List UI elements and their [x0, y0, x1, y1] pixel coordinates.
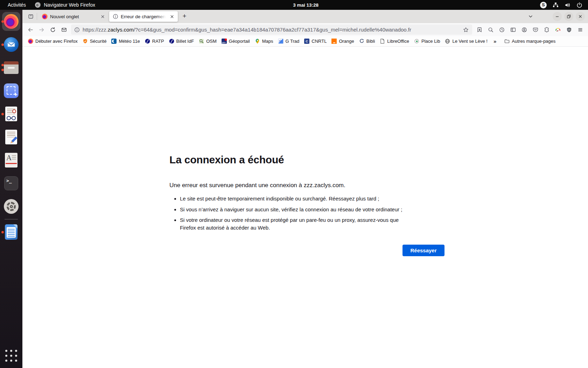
- bookmark-billet-idf[interactable]: Billet IdF: [167, 37, 197, 46]
- bookmark-maps[interactable]: Maps: [252, 37, 276, 46]
- tab-overview-button[interactable]: [26, 11, 36, 22]
- url-text[interactable]: https://zzz.zaclys.com/?c=64&gus_mod=con…: [83, 27, 462, 33]
- window-controls: [553, 12, 585, 21]
- other-bookmarks[interactable]: Autres marque-pages: [502, 37, 558, 46]
- globe-icon: [445, 39, 450, 44]
- bookmark-securite[interactable]: Sécurité: [80, 37, 109, 46]
- volume-icon[interactable]: [565, 2, 570, 8]
- close-window-button[interactable]: [576, 12, 585, 21]
- skype-tray-icon[interactable]: S: [540, 2, 547, 8]
- terminal-icon: >_: [4, 176, 18, 190]
- gnome-topbar: Activités Navigateur Web Firefox 3 mai 1…: [0, 0, 588, 10]
- bookmark-orange[interactable]: Orange: [329, 37, 356, 46]
- dock-document-viewer[interactable]: [0, 102, 22, 125]
- sidebar-icon[interactable]: [507, 25, 518, 35]
- firefox-icon: [4, 14, 19, 29]
- bookmark-label: Maps: [262, 39, 273, 44]
- bookmark-star-icon[interactable]: [462, 26, 470, 34]
- history-icon[interactable]: [496, 25, 507, 35]
- url-bar[interactable]: https://zzz.zaclys.com/?c=64&gus_mod=con…: [71, 25, 472, 35]
- retry-button[interactable]: Réessayer: [402, 245, 444, 256]
- network-icon[interactable]: [553, 2, 559, 8]
- dock-thunderbird[interactable]: [0, 33, 22, 56]
- document-a-icon: A: [5, 153, 18, 168]
- firefox-icon: [28, 39, 33, 44]
- bookmark-label: Débuter avec Firefox: [35, 39, 78, 44]
- clock[interactable]: 3 mai 13:28: [293, 2, 318, 8]
- running-indicator: [1, 69, 4, 71]
- running-indicator: [1, 231, 4, 233]
- close-tab-icon[interactable]: [99, 13, 106, 20]
- tab-title: Erreur de chargement de: [121, 14, 166, 19]
- email-link-icon[interactable]: [58, 25, 69, 35]
- bookmark-debuter-avec-firefox[interactable]: Débuter avec Firefox: [26, 37, 80, 46]
- dock-files[interactable]: [0, 56, 22, 79]
- bookmark-g-trad[interactable]: G G Trad: [276, 37, 302, 46]
- bookmark-label: Bibli: [366, 39, 375, 44]
- bookmark-label: Géoportail: [229, 39, 250, 44]
- restore-button[interactable]: [564, 12, 573, 21]
- divider: [37, 13, 37, 20]
- dock-libreoffice-writer[interactable]: [0, 220, 22, 244]
- menu-icon[interactable]: [575, 25, 586, 35]
- bookmark-label: Billet IdF: [176, 39, 194, 44]
- bookmark-ratp[interactable]: RATP: [142, 37, 167, 46]
- dock-separator: [5, 219, 18, 219]
- tab-nouvel-onglet[interactable]: Nouvel onglet: [38, 11, 108, 22]
- geoportail-icon: géo: [222, 39, 227, 44]
- dock-settings[interactable]: [0, 195, 22, 218]
- dock: A >_: [0, 10, 22, 368]
- bookmark-bibli[interactable]: Bibli: [357, 37, 378, 46]
- extensions-icon[interactable]: [541, 25, 552, 35]
- bookmark-label: G Trad: [286, 39, 300, 44]
- close-tab-icon[interactable]: [168, 13, 175, 20]
- ublock-origin-icon[interactable]: UO: [564, 25, 574, 35]
- bookmark-cnrtl[interactable]: C CNRTL: [302, 37, 329, 46]
- minimize-button[interactable]: [553, 12, 562, 21]
- document-icon: [380, 39, 385, 44]
- library-star-icon[interactable]: [474, 25, 485, 35]
- neterror-container: La connexion a échoué Une erreur est sur…: [169, 154, 444, 256]
- pocket-icon[interactable]: [530, 25, 541, 35]
- site-info-icon[interactable]: [74, 27, 80, 33]
- bookmark-osm[interactable]: OSM: [196, 37, 219, 46]
- reload-button[interactable]: [47, 25, 58, 35]
- gauge-extension-icon[interactable]: [552, 25, 563, 35]
- osm-magnifier-icon: [199, 39, 204, 44]
- dock-document-a[interactable]: A: [0, 149, 22, 172]
- power-icon[interactable]: [576, 2, 582, 8]
- page-content: La connexion a échoué Une erreur est sur…: [22, 47, 588, 368]
- firefox-icon: [35, 2, 41, 8]
- bookmark-label: Place Lib: [421, 39, 440, 44]
- place-lib-icon: [414, 39, 419, 44]
- gear-icon: [4, 199, 19, 214]
- bookmark-label: RATP: [152, 39, 164, 44]
- focused-app-menu[interactable]: Navigateur Web Firefox: [35, 2, 95, 8]
- firefox-window: Nouvel onglet Erreur de chargement de +: [22, 10, 588, 368]
- search-icon[interactable]: [485, 25, 496, 35]
- tab-bar: Nouvel onglet Erreur de chargement de +: [22, 10, 588, 23]
- back-button[interactable]: [25, 25, 36, 35]
- dock-firefox[interactable]: [0, 10, 22, 33]
- activities-button[interactable]: Activités: [8, 2, 26, 8]
- bookmarks-overflow-chevron[interactable]: »: [490, 37, 500, 46]
- other-bookmarks-label: Autres marque-pages: [512, 39, 555, 44]
- bookmark-le-vent-se-leve[interactable]: Le Vent se Lève !: [442, 37, 490, 46]
- dock-screenshot-tool[interactable]: [0, 79, 22, 102]
- dock-terminal[interactable]: >_: [0, 172, 22, 195]
- running-indicator: [1, 43, 4, 46]
- bookmarks-toolbar: Débuter avec Firefox Sécurité Météo 11e: [22, 36, 588, 47]
- bookmark-label: Météo 11e: [119, 39, 140, 44]
- bookmark-libreoffice[interactable]: LibreOffice: [377, 37, 412, 46]
- bookmark-label: LibreOffice: [387, 39, 409, 44]
- account-icon[interactable]: [519, 25, 530, 35]
- forward-button[interactable]: [36, 25, 47, 35]
- show-applications-button[interactable]: [5, 350, 17, 364]
- bookmark-geoportail[interactable]: géo Géoportail: [219, 37, 252, 46]
- bookmark-meteo-11e[interactable]: Météo 11e: [109, 37, 142, 46]
- new-tab-button[interactable]: +: [179, 11, 190, 22]
- dock-text-editor[interactable]: [0, 125, 22, 149]
- tab-erreur-chargement[interactable]: Erreur de chargement de: [109, 11, 178, 22]
- bookmark-place-lib[interactable]: Place Lib: [412, 37, 442, 46]
- list-all-tabs-button[interactable]: [525, 11, 536, 22]
